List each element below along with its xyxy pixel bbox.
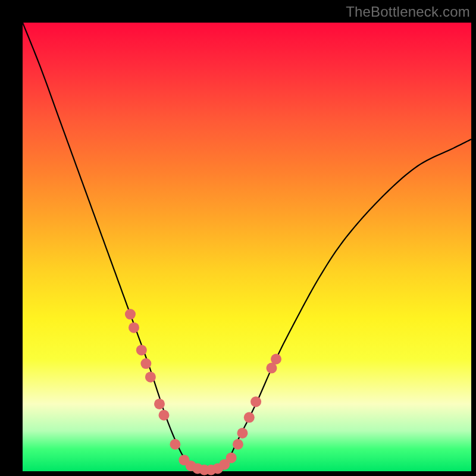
- curve-marker: [250, 396, 261, 407]
- curve-marker: [145, 372, 156, 383]
- curve-marker: [136, 345, 147, 355]
- curve-marker: [244, 412, 255, 423]
- bottleneck-curve: [23, 23, 471, 471]
- curve-marker: [159, 410, 170, 421]
- curve-marker: [271, 354, 281, 365]
- curve-marker: [140, 358, 151, 369]
- curve-marker: [170, 439, 180, 450]
- curve-layer: [23, 23, 471, 471]
- curve-marker: [233, 439, 243, 450]
- curve-marker: [237, 428, 248, 439]
- plot-area: [23, 23, 471, 471]
- curve-markers: [125, 309, 281, 475]
- curve-marker: [226, 452, 237, 463]
- chart-frame: TheBottleneck.com: [0, 0, 476, 476]
- curve-marker: [125, 309, 136, 320]
- watermark-text: TheBottleneck.com: [346, 4, 470, 20]
- curve-marker: [129, 322, 139, 333]
- curve-marker: [154, 399, 165, 409]
